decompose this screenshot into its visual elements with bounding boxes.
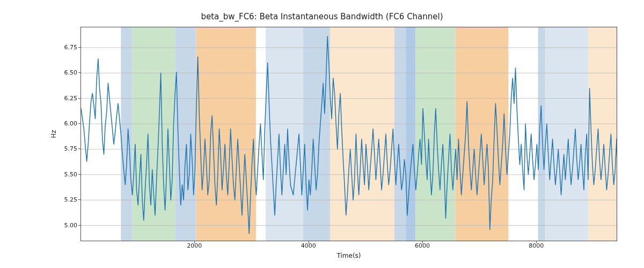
y-tick-label: 5.50 <box>50 170 77 177</box>
y-tick-label: 6.75 <box>50 43 77 50</box>
y-axis-label: Hz <box>50 130 57 138</box>
figure: beta_bw_FC6: Beta Instantaneous Bandwidt… <box>0 0 644 268</box>
y-tick-label: 6.00 <box>50 120 77 127</box>
shaded-band <box>545 27 588 241</box>
shaded-band <box>330 27 394 241</box>
shaded-band <box>133 27 175 241</box>
y-tick-label: 5.25 <box>50 196 77 203</box>
shaded-band <box>456 27 509 241</box>
plot-svg <box>81 27 617 241</box>
chart-title: beta_bw_FC6: Beta Instantaneous Bandwidt… <box>0 12 644 21</box>
y-tick-label: 5.75 <box>50 145 77 152</box>
y-tick-label: 5.00 <box>50 221 77 228</box>
shaded-band <box>538 27 545 241</box>
shaded-band <box>415 27 455 241</box>
shaded-band <box>266 27 303 241</box>
x-axis-label: Time(s) <box>337 252 361 259</box>
shaded-band <box>588 27 617 241</box>
plot-area <box>80 27 617 241</box>
shaded-band <box>196 27 255 241</box>
y-tick-label: 6.50 <box>50 69 77 76</box>
y-tick-label: 6.25 <box>50 94 77 101</box>
shaded-band <box>394 27 406 241</box>
shaded-band <box>121 27 132 241</box>
